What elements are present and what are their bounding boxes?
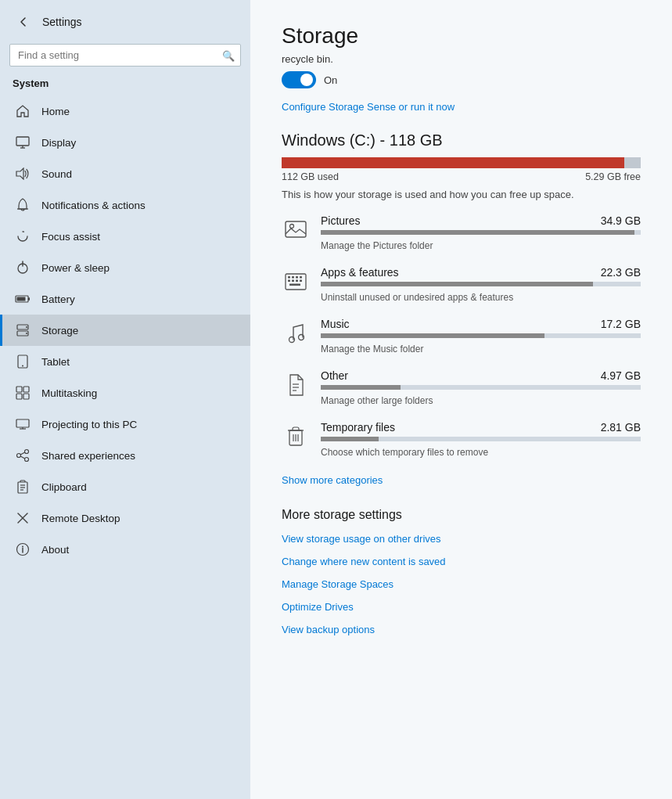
category-link: Manage the Music folder [321,344,423,355]
sidebar-item-battery-label: Battery [41,293,75,305]
svg-marker-3 [16,168,23,179]
sidebar-item-display[interactable]: Display [0,127,250,158]
category-content: Pictures 34.9 GB Manage the Pictures fol… [321,214,641,252]
category-header: Other 4.97 GB [321,369,641,382]
category-size: 2.81 GB [601,421,641,434]
shared-icon [15,448,31,463]
free-label: 5.29 GB free [585,171,641,182]
category-bar-fill [321,437,379,441]
svg-rect-0 [16,137,29,146]
category-bar-fill [321,333,544,338]
storage-description: This is how your storage is used and how… [282,189,641,200]
sidebar-header: Settings [0,0,250,41]
sidebar-item-clipboard[interactable]: Clipboard [0,471,250,502]
more-settings-link-1[interactable]: Change where new content is saved [282,556,641,567]
category-icon [282,423,310,451]
category-header: Music 17.2 GB [321,318,641,330]
category-item[interactable]: Pictures 34.9 GB Manage the Pictures fol… [282,214,641,252]
svg-line-27 [20,456,25,459]
storage-bar [282,157,641,168]
configure-link[interactable]: Configure Storage Sense or run it now [282,101,455,113]
search-input[interactable] [9,44,241,67]
category-header: Pictures 34.9 GB [321,214,641,227]
sidebar-item-shared[interactable]: Shared experiences [0,440,250,471]
remote-icon [15,510,31,526]
more-settings-link-3[interactable]: Optimize Drives [282,601,641,613]
category-content: Temporary files 2.81 GB Choose which tem… [321,421,641,459]
sidebar-item-storage[interactable]: Storage [0,315,250,346]
category-name: Temporary files [321,421,395,434]
sidebar-section-title: System [0,73,250,95]
category-name: Other [321,369,348,382]
svg-rect-42 [296,276,298,279]
sidebar-item-remote[interactable]: Remote Desktop [0,502,250,534]
sidebar-item-tablet[interactable]: Tablet [0,346,250,377]
svg-rect-44 [288,280,290,283]
svg-point-25 [25,458,29,462]
sidebar-item-multitasking[interactable]: Multitasking [0,377,250,408]
category-item[interactable]: Other 4.97 GB Manage other large folders [282,369,641,407]
sidebar-item-battery[interactable]: Battery [0,283,250,315]
sidebar-item-clipboard-label: Clipboard [41,481,87,493]
category-content: Other 4.97 GB Manage other large folders [321,369,641,407]
category-icon [282,268,310,296]
sidebar-item-focus-label: Focus assist [41,231,100,243]
svg-point-13 [26,333,27,334]
category-content: Music 17.2 GB Manage the Music folder [321,318,641,355]
more-settings-link-4[interactable]: View backup options [282,624,641,635]
category-size: 17.2 GB [601,318,641,330]
multitasking-icon [15,385,31,401]
svg-rect-46 [296,280,298,283]
more-settings-title: More storage settings [282,508,641,522]
more-settings-link-2[interactable]: Manage Storage Spaces [282,578,641,590]
storage-icon [15,322,31,338]
sidebar-item-focus[interactable]: Focus assist [0,221,250,252]
sidebar-nav: Home Display Sound [0,95,250,565]
home-icon [15,103,31,119]
svg-point-23 [25,450,29,454]
battery-icon [15,291,31,307]
sidebar-item-sound[interactable]: Sound [0,158,250,189]
storage-bar-used [282,157,624,168]
projecting-icon [15,416,31,432]
sidebar-item-about[interactable]: About [0,534,250,565]
svg-rect-8 [28,297,30,301]
back-button[interactable] [13,11,34,33]
category-link: Choose which temporary files to remove [321,447,488,458]
sidebar-item-home[interactable]: Home [0,95,250,127]
categories-list: Pictures 34.9 GB Manage the Pictures fol… [282,214,641,459]
category-icon [282,216,310,244]
svg-rect-17 [23,387,29,392]
category-bar-fill [321,385,401,390]
category-item[interactable]: Temporary files 2.81 GB Choose which tem… [282,421,641,459]
category-bar-bg [321,437,641,441]
toggle-row: On [282,71,641,88]
clipboard-icon [15,479,31,495]
more-settings-link-0[interactable]: View storage usage on other drives [282,533,641,545]
category-item[interactable]: Apps & features 22.3 GB Uninstall unused… [282,266,641,304]
category-bar-fill [321,230,634,235]
category-icon [282,319,310,347]
sidebar-item-power[interactable]: Power & sleep [0,252,250,283]
notifications-icon [15,197,31,213]
svg-rect-37 [286,221,306,237]
drive-title: Windows (C:) - 118 GB [282,131,641,149]
category-name: Apps & features [321,266,399,279]
sidebar-item-projecting[interactable]: Projecting to this PC [0,408,250,440]
category-item[interactable]: Music 17.2 GB Manage the Music folder [282,318,641,355]
sidebar-item-home-label: Home [41,106,70,117]
storage-sense-toggle[interactable] [282,71,316,88]
category-size: 4.97 GB [601,369,641,382]
sidebar-item-notifications[interactable]: Notifications & actions [0,189,250,221]
svg-point-15 [22,365,23,367]
sound-icon [15,166,31,182]
show-more-link[interactable]: Show more categories [282,474,383,486]
toggle-label: On [324,74,337,86]
sidebar-item-tablet-label: Tablet [41,356,70,368]
sidebar-item-sound-label: Sound [41,168,72,180]
sidebar-item-remote-label: Remote Desktop [41,513,120,524]
svg-line-26 [20,452,25,455]
power-icon [15,260,31,275]
category-size: 34.9 GB [601,214,641,227]
more-settings-links: View storage usage on other drivesChange… [282,533,641,635]
